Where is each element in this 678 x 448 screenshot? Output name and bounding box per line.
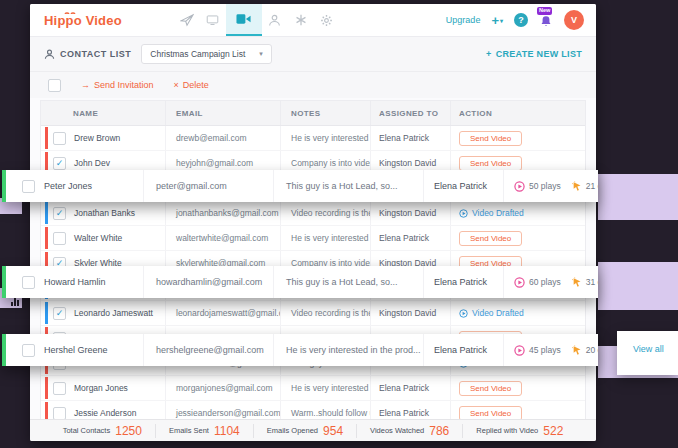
clicks-stat: 20 clicks — [572, 345, 598, 356]
lavender-decoration — [598, 262, 678, 310]
row-status-stripe — [45, 377, 48, 399]
row-checkbox[interactable] — [22, 344, 35, 357]
contact-name: Jonathan Banks — [74, 208, 135, 218]
contact-notes: Video recording is the mai... — [291, 208, 371, 218]
settings-gear-icon[interactable] — [314, 4, 340, 36]
table-row[interactable]: ✓ Jonathan Banks jonathanbanks@gmail.com… — [41, 201, 585, 226]
create-plus-dropdown[interactable]: +▾ — [491, 13, 503, 28]
row-checkbox[interactable] — [53, 232, 66, 245]
screen-icon[interactable] — [200, 4, 226, 36]
assigned-to: Elena Patrick — [379, 383, 429, 393]
view-all-link[interactable]: View all — [633, 344, 664, 354]
table-row[interactable]: Walter White waltertwhite@gmail.com He i… — [41, 226, 585, 251]
contact-name: Jessie Anderson — [74, 408, 136, 418]
assigned-to: Elena Patrick — [379, 133, 429, 143]
assigned-to: Elena Patrick — [434, 345, 487, 355]
row-checkbox[interactable] — [53, 382, 66, 395]
column-header-notes[interactable]: NOTES — [281, 101, 371, 125]
stat-label: Replied with Video — [476, 426, 538, 435]
upgrade-link[interactable]: Upgrade — [446, 15, 481, 25]
send-video-button[interactable]: Send Video — [459, 231, 522, 246]
contact-email: jessieanderson@gmail.com — [176, 408, 281, 418]
logo-text: Hippo Video — [44, 13, 122, 28]
row-checkbox[interactable] — [22, 180, 35, 193]
footer-stat: Emails Sent 1104 — [156, 424, 254, 438]
video-camera-icon[interactable] — [226, 4, 262, 36]
hippo-video-logo[interactable]: Hippo Video — [44, 13, 122, 28]
cursor-click-icon — [572, 181, 582, 192]
send-video-button[interactable]: Send Video — [459, 406, 522, 421]
contact-notes: This guy is a Hot Lead, so... — [286, 277, 398, 287]
table-row[interactable]: ✓ Leonardo Jameswatt leonardojameswatt@g… — [41, 301, 585, 326]
list-select-dropdown[interactable]: Christmas Campaign List ▾ — [141, 44, 271, 64]
table-row[interactable]: Morgan Jones morganjones@gmail.com He is… — [41, 376, 585, 401]
footer-stat: Videos Watched 786 — [357, 424, 463, 438]
send-video-button[interactable]: Send Video — [459, 156, 522, 171]
row-checkbox[interactable]: ✓ — [53, 307, 66, 320]
contacts-table: NAME EMAIL NOTES ASSIGNED TO ACTION Drew… — [40, 100, 586, 420]
clicks-count: 31 clicks — [586, 277, 598, 287]
stat-label: Videos Watched — [370, 426, 424, 435]
contact-email: waltertwhite@gmail.com — [176, 233, 268, 243]
close-icon: × — [174, 80, 179, 90]
create-new-list-label: CREATE NEW LIST — [496, 49, 582, 59]
highlighted-contact-row[interactable]: Peter Jones peter@gmail.com This guy is … — [2, 170, 598, 202]
row-checkbox[interactable] — [22, 276, 35, 289]
row-checkbox[interactable]: ✓ — [53, 157, 66, 170]
stat-label: Total Contacts — [63, 426, 111, 435]
play-circle-icon — [514, 181, 525, 192]
column-header-assigned-to[interactable]: ASSIGNED TO — [371, 101, 451, 125]
plays-count: 60 plays — [529, 277, 561, 287]
row-checkbox[interactable] — [53, 132, 66, 145]
row-status-stripe — [45, 202, 48, 224]
contact-notes: Video recording is the mai... — [291, 308, 371, 318]
send-invitation-button[interactable]: → Send Invitation — [81, 80, 154, 90]
table-row[interactable]: Drew Brown drewb@email.com He is very in… — [41, 126, 585, 151]
contact-name: John Dev — [74, 158, 110, 168]
column-header-name[interactable]: NAME — [41, 101, 166, 125]
row-status-stripe — [45, 227, 48, 249]
check-icon: ✓ — [56, 209, 64, 218]
play-circle-icon — [514, 345, 525, 356]
check-icon: ✓ — [56, 309, 64, 318]
send-invitation-label: Send Invitation — [94, 80, 154, 90]
highlighted-contact-row[interactable]: Hershel Greene hershelgreene@gmail.com H… — [2, 334, 598, 366]
top-navbar: Hippo Video Upgrade +▾ ? New V — [30, 4, 596, 37]
apps-icon[interactable] — [288, 4, 314, 36]
assigned-to: Elena Patrick — [434, 277, 487, 287]
contacts-icon[interactable] — [262, 4, 288, 36]
table-row[interactable]: Jessie Anderson jessieanderson@gmail.com… — [41, 401, 585, 420]
row-status-stripe — [45, 402, 48, 420]
contact-notes: He is very interested in the prod... — [286, 345, 421, 355]
bell-icon — [540, 14, 552, 28]
delete-label: Delete — [183, 80, 209, 90]
column-header-email[interactable]: EMAIL — [166, 101, 281, 125]
footer-stat: Total Contacts 1250 — [50, 424, 156, 438]
highlighted-contact-row[interactable]: Howard Hamlin howardhamlin@gmail.com Thi… — [2, 266, 598, 298]
chart-icon — [11, 298, 20, 306]
plus-icon: + — [486, 49, 492, 59]
lavender-decoration — [598, 174, 678, 220]
avatar[interactable]: V — [564, 10, 584, 30]
send-video-button[interactable]: Send Video — [459, 131, 522, 146]
delete-button[interactable]: × Delete — [174, 80, 209, 90]
contact-name: Drew Brown — [74, 133, 120, 143]
create-new-list-button[interactable]: + CREATE NEW LIST — [486, 49, 582, 59]
stat-value: 1250 — [115, 424, 142, 438]
video-drafted-status[interactable]: Video Drafted — [459, 208, 524, 218]
select-all-checkbox[interactable] — [48, 79, 61, 92]
paper-plane-icon[interactable] — [174, 4, 200, 36]
plus-icon: + — [491, 13, 499, 28]
plays-stat: 50 plays — [514, 181, 561, 192]
plays-stat: 60 plays — [514, 277, 561, 288]
send-video-button[interactable]: Send Video — [459, 381, 522, 396]
row-checkbox[interactable] — [53, 407, 66, 420]
notifications-bell[interactable]: New — [539, 12, 553, 28]
row-checkbox[interactable]: ✓ — [53, 207, 66, 220]
video-drafted-status[interactable]: Video Drafted — [459, 308, 524, 318]
row-status-stripe — [45, 302, 48, 324]
help-icon[interactable]: ? — [514, 13, 528, 27]
footer-stat: Replied with Video 522 — [463, 424, 576, 438]
contact-name: Morgan Jones — [74, 383, 128, 393]
column-header-action[interactable]: ACTION — [451, 101, 585, 125]
